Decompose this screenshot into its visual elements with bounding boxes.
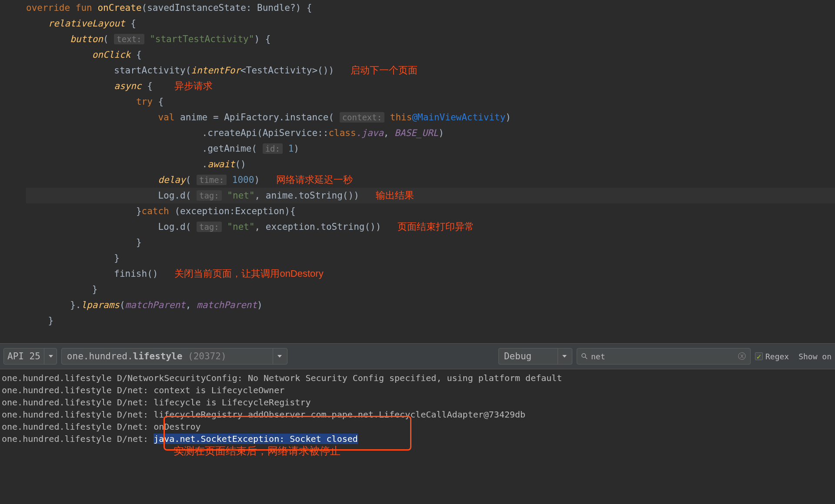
search-box[interactable]: ⓧ [577,348,751,365]
method-call: startActivity( [114,65,191,76]
log-level-dropdown[interactable]: Debug [498,348,572,365]
annotation: 关闭当前页面，让其调用onDestory [174,268,323,279]
keyword: try [136,96,153,107]
string: "startTestActivity" [150,34,254,44]
code-line[interactable]: }.lparams(matchParent, matchParent) [26,297,835,313]
param-hint: time: [197,175,227,185]
code-line[interactable]: .await() [26,156,835,172]
log-line: one.hundred.lifestyle D/net: context is … [2,384,835,396]
code-line[interactable]: override fun onCreate(savedInstanceState… [26,0,835,16]
annotation: 页面结束打印异常 [397,221,474,232]
log-line: one.hundred.lifestyle D/net: lifecycleRe… [2,408,835,421]
param-hint: context: [340,112,385,123]
keyword-override: override [26,3,70,13]
method-call: intentFor [191,65,240,76]
param-hint: tag: [197,222,222,232]
brace: { [125,18,136,29]
code-line[interactable]: } [26,282,835,297]
params: (savedInstanceState: Bundle?) { [142,3,312,13]
param-hint: text: [114,34,144,44]
at-reference: @MainViewActivity [412,112,505,123]
keyword-fun: fun [76,3,92,13]
code-editor[interactable]: override fun onCreate(savedInstanceState… [0,0,835,343]
chevron-down-icon [49,355,53,358]
search-icon [581,353,588,359]
logcat-output[interactable]: one.hundred.lifestyle D/NetworkSecurityC… [0,369,835,457]
annotation: 输出结果 [376,190,414,201]
param-hint: id: [263,143,283,154]
annotation: 异步请求 [174,80,213,91]
process-dropdown[interactable]: one.hundred.lifestyle (20372) [61,348,287,365]
chevron-down-icon [277,355,282,358]
search-input[interactable] [591,352,735,361]
code-line[interactable]: } [26,313,835,328]
svg-line-1 [585,357,587,359]
code-line[interactable]: onClick { [26,47,835,63]
log-line: one.hundred.lifestyle D/net: java.net.So… [2,433,835,445]
level-label: Debug [504,351,531,361]
code-line[interactable]: try { [26,94,835,109]
log-line: one.hundred.lifestyle D/net: lifecycle i… [2,396,835,408]
code-line[interactable]: async { 异步请求 [26,78,835,94]
highlighted-exception: java.net.SocketException: Socket closed [154,434,358,444]
code-line[interactable]: Log.d( tag: "net", exception.toString())… [26,219,835,235]
annotation: 启动下一个页面 [351,65,418,76]
constant: BASE_URL [394,128,438,138]
code-line-active[interactable]: Log.d( tag: "net", anime.toString()) 输出结… [26,188,835,203]
method-name: onCreate [97,3,141,13]
code-line[interactable]: } [26,250,835,266]
code-line[interactable]: }catch (exception:Exception){ [26,203,835,219]
lambda: onClick [92,50,131,60]
keyword: val [158,112,174,123]
process-label: one.hundred.lifestyle (20372) [67,351,227,361]
code-line[interactable]: finish() 关闭当前页面，让其调用onDestory [26,266,835,282]
code-line[interactable]: .getAnime( id: 1) [26,141,835,156]
api-label: API 25 [7,351,40,361]
annotation: 网络请求延迟一秒 [276,174,353,185]
show-only-label: Show on [798,352,832,361]
clear-icon[interactable]: ⓧ [738,351,746,361]
code-line[interactable]: .createApi(ApiService::class.java, BASE_… [26,125,835,141]
annotation-bottom: 实测在页面结束后，网络请求被停止 [2,445,835,457]
log-line: one.hundred.lifestyle D/net: onDestroy [2,421,835,433]
dsl-call: relativeLayout [48,18,125,29]
code-line[interactable]: val anime = ApiFactory.instance( context… [26,109,835,125]
checkbox-icon: ✓ [755,352,763,360]
code-line[interactable]: button( text: "startTestActivity") { [26,31,835,47]
code-line[interactable]: startActivity(intentFor<TestActivity>())… [26,63,835,78]
api-level-dropdown[interactable]: API 25 [3,348,57,365]
svg-point-0 [582,354,586,358]
regex-checkbox[interactable]: ✓ Regex [755,352,789,361]
chevron-down-icon [562,355,567,358]
code-line[interactable]: } [26,235,835,250]
dsl-call: button [70,34,103,44]
code-line[interactable]: delay( time: 1000) 网络请求延迟一秒 [26,172,835,188]
code-line[interactable]: relativeLayout { [26,16,835,31]
log-line: one.hundred.lifestyle D/NetworkSecurityC… [2,372,835,384]
logcat-toolbar: API 25 one.hundred.lifestyle (20372) Deb… [0,343,835,369]
param-hint: tag: [197,190,222,201]
async-call: async [114,81,141,91]
